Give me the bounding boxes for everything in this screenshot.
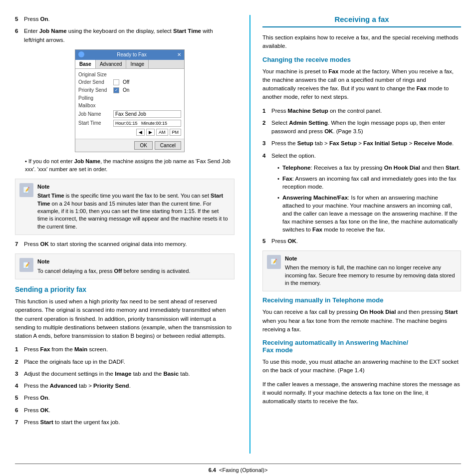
step-6-bold2: Start Time (173, 28, 201, 34)
dialog-tab-advanced[interactable]: Advanced (96, 60, 126, 68)
fax-bold: Fax (282, 176, 292, 182)
auto-heading: Receiving automatically in Answering Mac… (262, 339, 461, 354)
s4-priority-bold: Priority Send (93, 383, 129, 389)
r2-adminsetting-bold: Admin Setting (289, 120, 328, 126)
job-name-label: Job Name (78, 111, 113, 117)
bullet-1-dot: • (277, 164, 279, 172)
start-time-row: Start Time Hour:01:15 Minute:00:15 (78, 120, 181, 127)
step-6-bold1: Job Name (39, 28, 67, 34)
s2-num: 2 (15, 358, 24, 366)
tel-start-bold: Start (445, 309, 458, 315)
step-5-bold: On (40, 16, 48, 22)
step-7-bold: OK (40, 241, 49, 247)
job-name-value[interactable]: Fax Send Job (113, 110, 181, 118)
s3-image-bold: Image (115, 371, 131, 377)
original-size-label: Original Size (78, 72, 113, 77)
mailbox-row: Mailbox (78, 103, 181, 108)
r1-machinesetup-bold: Machine Setup (288, 108, 328, 114)
s5-num: 5 (15, 394, 24, 402)
time-nav-left[interactable]: ◀ (136, 129, 145, 136)
bullet-2: • Fax: Answers an incoming fax call and … (277, 175, 461, 191)
bullet-1-content: Telephone: Receives a fax by pressing On… (282, 164, 460, 172)
s7-content: Press Start to start the urgent fax job. (24, 418, 120, 427)
start-bold: Start (446, 165, 459, 171)
note-icon-right: 📝 (267, 255, 281, 269)
note-text-2: To cancel delaying a fax, press Off befo… (37, 268, 190, 274)
s3-basic-bold: Basic (163, 371, 179, 377)
r3-setup-bold: Setup (297, 140, 313, 146)
r2-num: 2 (262, 119, 271, 136)
tel-onhookdial-bold: On Hook Dial (360, 309, 396, 315)
page: 5 Press On. 6 Enter Job Name using the k… (0, 0, 476, 476)
s7-num: 7 (15, 418, 24, 427)
bullet-3: • Answering Machine/Fax: Is for when an … (277, 194, 461, 234)
left-column: 5 Press On. 6 Enter Job Name using the k… (15, 15, 235, 454)
auto-text2: If the caller leaves a message, the answ… (262, 380, 461, 406)
dialog-box: Ready to Fax ✕ Base Advanced Image Origi… (75, 49, 185, 152)
dialog-close-btn[interactable]: ✕ (177, 52, 181, 57)
fax-mode-bold3: Fax (312, 227, 322, 233)
step-5: 5 Press On. (15, 15, 235, 23)
bullet-3-content: Answering Machine/Fax: Is for when an an… (282, 194, 461, 234)
time-nav-right[interactable]: ▶ (146, 129, 155, 136)
footer: 6.4 <Faxing (Optional)> (15, 464, 461, 476)
step-6: 6 Enter Job Name using the keyboard on t… (15, 27, 235, 44)
note-starttime-bold: Start Time (37, 193, 64, 199)
start-time-value[interactable]: Hour:01:15 Minute:00:15 (113, 120, 181, 127)
telephone-bold: Telephone (282, 165, 311, 171)
r2-ok-bold: OK (324, 128, 333, 134)
s1-num: 1 (15, 345, 24, 354)
s5-on-bold: On (40, 395, 48, 401)
note-title-2: Note (37, 258, 230, 265)
order-send-checkbox[interactable] (113, 79, 119, 85)
step-6-content: Enter Job Name using the keyboard on the… (24, 27, 235, 44)
polling-label: Polling (78, 95, 113, 101)
s2: 2 Place the originals face up in the DAD… (15, 358, 235, 366)
dialog-tab-image[interactable]: Image (126, 60, 149, 68)
footer-page-number: 6.4 (209, 467, 216, 473)
onhookdial-bold: On Hook Dial (384, 165, 420, 171)
start-time-label: Start Time (78, 120, 113, 126)
note-box-2: 📝 Note To cancel delaying a fax, press O… (15, 253, 235, 279)
dialog-icon (78, 51, 84, 57)
tel-text: You can receive a fax call by pressing O… (262, 308, 461, 334)
s6-content: Press OK. (24, 406, 50, 415)
dialog-titlebar: Ready to Fax ✕ (75, 50, 184, 60)
time-pm[interactable]: PM (170, 129, 182, 136)
r3-num: 3 (262, 139, 271, 148)
s4-advanced-bold: Advanced (50, 383, 77, 389)
change-intro: Your machine is preset to Fax mode at th… (262, 67, 461, 102)
r1-num: 1 (262, 107, 271, 115)
s5-content: Press On. (24, 394, 50, 402)
answeringmachine-bold: Answering Machine/Fax (282, 195, 348, 201)
bullet-1: • Telephone: Receives a fax by pressing … (277, 164, 461, 172)
dialog-tab-base[interactable]: Base (75, 60, 96, 68)
sending-intro: This function is used when a high priori… (15, 297, 235, 340)
time-am[interactable]: AM (156, 129, 168, 136)
r2: 2 Select Admin Setting. When the login m… (262, 119, 461, 136)
dialog-container: Ready to Fax ✕ Base Advanced Image Origi… (25, 49, 235, 152)
step-5-number: 5 (15, 15, 24, 23)
note-content-right: Note When the memory is full, the machin… (285, 255, 457, 287)
s6: 6 Press OK. (15, 406, 235, 415)
cancel-button[interactable]: Cancel (155, 141, 181, 150)
priority-send-checkbox[interactable]: ✓ (113, 87, 119, 93)
step-7: 7 Press OK to start storing the scanned … (15, 240, 235, 248)
polling-row: Polling (78, 95, 181, 101)
ok-button[interactable]: OK (134, 141, 152, 150)
s3-content: Adjust the document settings in the Imag… (24, 370, 190, 378)
s1-content: Press Fax from the Main screen. (24, 345, 108, 354)
r4: 4 Select the option. (262, 152, 461, 160)
step-5-content: Press On. (24, 15, 50, 23)
s7-start-bold: Start (40, 419, 53, 425)
step-7-number: 7 (15, 240, 24, 248)
fax-mode-bold: Fax (329, 68, 339, 74)
r2-content: Select Admin Setting. When the login mes… (271, 119, 461, 136)
priority-send-value: On (123, 87, 129, 93)
step-7-content: Press OK to start storing the scanned or… (24, 240, 187, 248)
r5-content: Press OK. (271, 237, 298, 245)
s2-content: Place the originals face up in the DADF. (24, 358, 125, 366)
footer-subtitle: <Faxing (Optional)> (219, 467, 267, 473)
s4: 4 Press the Advanced tab > Priority Send… (15, 382, 235, 390)
r1: 1 Press Machine Setup on the control pan… (262, 107, 461, 115)
